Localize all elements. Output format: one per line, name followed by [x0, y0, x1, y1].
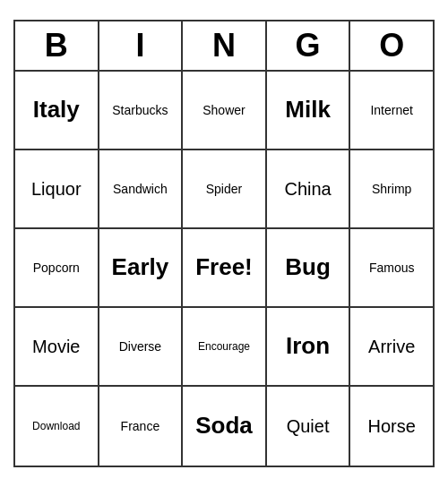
- bingo-cell-2-1: Early: [99, 229, 184, 308]
- cell-text-0-1: Starbucks: [112, 103, 168, 118]
- bingo-cell-1-2: Spider: [183, 150, 267, 229]
- cell-text-2-2: Free!: [195, 253, 253, 281]
- bingo-cell-0-4: Internet: [350, 72, 433, 150]
- cell-text-2-0: Popcorn: [33, 261, 80, 276]
- bingo-cell-0-3: Milk: [267, 72, 351, 150]
- bingo-row-4: DownloadFranceSodaQuietHorse: [15, 387, 433, 466]
- bingo-cell-2-3: Bug: [267, 229, 351, 308]
- bingo-card: BINGO ItalyStarbucksShowerMilkInternetLi…: [13, 20, 435, 467]
- cell-text-1-3: China: [284, 178, 331, 200]
- bingo-cell-4-3: Quiet: [267, 387, 351, 466]
- bingo-cell-4-2: Soda: [183, 387, 267, 466]
- bingo-cell-3-0: Movie: [15, 308, 99, 387]
- cell-text-0-4: Internet: [370, 103, 412, 118]
- bingo-cell-1-0: Liquor: [15, 150, 99, 229]
- bingo-cell-0-1: Starbucks: [99, 72, 184, 150]
- cell-text-4-0: Download: [32, 420, 80, 432]
- bingo-cell-1-3: China: [267, 150, 351, 229]
- bingo-row-0: ItalyStarbucksShowerMilkInternet: [15, 72, 433, 150]
- bingo-cell-1-1: Sandwich: [99, 150, 184, 229]
- cell-text-1-0: Liquor: [31, 178, 82, 200]
- bingo-cell-3-3: Iron: [267, 308, 351, 387]
- bingo-cell-4-0: Download: [15, 387, 99, 466]
- bingo-cell-2-0: Popcorn: [15, 229, 99, 308]
- bingo-cell-3-4: Arrive: [350, 308, 433, 387]
- bingo-cell-0-0: Italy: [15, 72, 99, 150]
- cell-text-2-1: Early: [112, 253, 169, 281]
- cell-text-1-2: Spider: [206, 182, 242, 197]
- bingo-cell-4-4: Horse: [350, 387, 433, 466]
- cell-text-4-2: Soda: [195, 412, 253, 440]
- cell-text-3-0: Movie: [32, 336, 80, 357]
- cell-text-2-4: Famous: [369, 261, 415, 276]
- header-letter-g: G: [267, 21, 351, 72]
- bingo-cell-3-2: Encourage: [183, 308, 267, 387]
- bingo-row-1: LiquorSandwichSpiderChinaShrimp: [15, 150, 433, 229]
- header-letter-b: B: [15, 21, 99, 72]
- bingo-row-2: PopcornEarlyFree!BugFamous: [15, 229, 433, 308]
- header-letter-o: O: [350, 21, 433, 72]
- cell-text-0-0: Italy: [33, 96, 80, 124]
- cell-text-4-3: Quiet: [287, 415, 330, 437]
- cell-text-4-4: Horse: [367, 415, 415, 437]
- bingo-cell-1-4: Shrimp: [350, 150, 433, 229]
- bingo-cell-0-2: Shower: [183, 72, 267, 150]
- bingo-header: BINGO: [15, 21, 433, 72]
- bingo-cell-2-4: Famous: [350, 229, 433, 308]
- cell-text-0-3: Milk: [285, 96, 331, 124]
- cell-text-3-3: Iron: [286, 332, 330, 360]
- bingo-cell-3-1: Diverse: [99, 308, 184, 387]
- cell-text-1-4: Shrimp: [372, 182, 411, 197]
- cell-text-1-1: Sandwich: [113, 182, 168, 197]
- cell-text-2-3: Bug: [285, 253, 331, 281]
- cell-text-3-4: Arrive: [368, 336, 415, 357]
- bingo-cell-2-2: Free!: [183, 229, 267, 308]
- cell-text-4-1: France: [121, 419, 160, 434]
- cell-text-0-2: Shower: [202, 103, 245, 118]
- header-letter-n: N: [183, 21, 267, 72]
- cell-text-3-1: Diverse: [119, 339, 161, 355]
- bingo-cell-4-1: France: [99, 387, 184, 466]
- bingo-row-3: MovieDiverseEncourageIronArrive: [15, 308, 433, 387]
- header-letter-i: I: [99, 21, 184, 72]
- cell-text-3-2: Encourage: [198, 340, 250, 353]
